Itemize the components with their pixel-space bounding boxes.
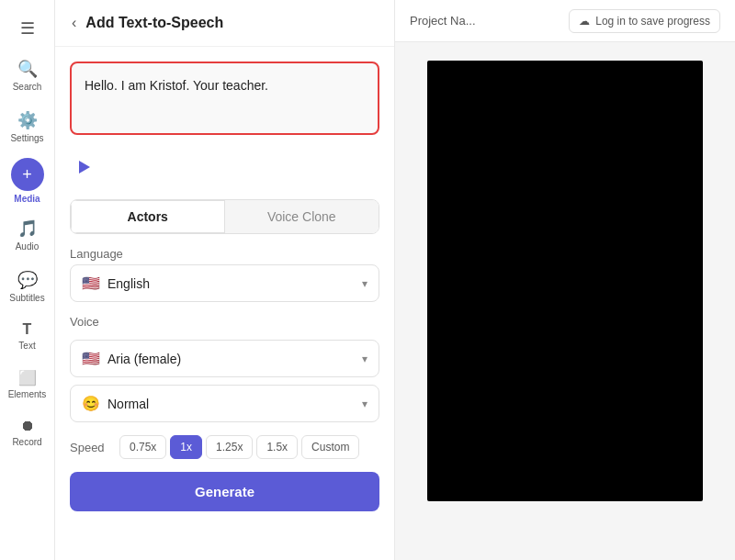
sidebar-item-settings[interactable]: ⚙️ Settings [4,103,51,151]
voice-label: Voice [70,315,379,329]
panel-title: Add Text-to-Speech [85,15,223,31]
sidebar-item-subtitles-label: Subtitles [9,293,44,303]
language-section: Language 🇺🇸 English ▾ [70,247,379,302]
text-icon: T [23,321,32,338]
speed-1.25x[interactable]: 1.25x [206,435,253,459]
voice-name: Aria (female) [107,352,181,366]
speed-label: Speed [70,441,110,454]
panel-content: Hello. I am Kristof. Your teacher. Actor… [55,47,394,526]
canvas-area [395,42,735,560]
language-value: English [107,276,150,291]
sidebar: ☰ 🔍 Search ⚙️ Settings + Media 🎵 Audio 💬… [0,0,55,560]
sidebar-item-elements-label: Elements [8,389,47,399]
sidebar-item-media-label: Media [14,194,40,204]
voice-section: Voice 🇺🇸 Aria (female) ▾ 😊 Normal ▾ [70,315,379,422]
generate-button[interactable]: Generate [70,472,379,511]
sidebar-item-record-label: Record [12,437,41,447]
speed-1.5x[interactable]: 1.5x [256,435,298,459]
save-progress-button[interactable]: ☁ Log in to save progress [569,9,720,33]
sidebar-item-search[interactable]: 🔍 Search [4,51,51,99]
sidebar-item-text[interactable]: T Text [4,314,51,358]
media-plus-icon: + [11,158,44,191]
video-canvas [427,61,703,501]
language-dropdown-arrow: ▾ [362,277,368,290]
sidebar-item-settings-label: Settings [10,133,43,143]
search-icon: 🔍 [17,59,38,79]
project-name: Project Na... [410,14,476,28]
main-header: Project Na... ☁ Log in to save progress [395,0,735,42]
tab-voice-clone[interactable]: Voice Clone [225,200,379,233]
voice-flag: 🇺🇸 [82,350,100,367]
main-area: Project Na... ☁ Log in to save progress [395,0,735,560]
panel-header: ‹ Add Text-to-Speech [55,0,394,47]
sidebar-item-elements[interactable]: ⬜ Elements [4,362,51,407]
tab-actors[interactable]: Actors [71,200,225,233]
play-area [70,148,379,186]
speed-0.75x[interactable]: 0.75x [119,435,166,459]
settings-icon: ⚙️ [17,110,38,130]
text-input-box[interactable]: Hello. I am Kristof. Your teacher. [70,62,379,135]
record-icon: ⏺ [20,418,35,434]
voice-tone-dropdown[interactable]: 😊 Normal ▾ [70,385,379,422]
save-progress-label: Log in to save progress [595,15,710,28]
hamburger-icon[interactable]: ☰ [11,9,44,48]
language-dropdown[interactable]: 🇺🇸 English ▾ [70,264,379,302]
tts-panel: ‹ Add Text-to-Speech Hello. I am Kristof… [55,0,395,560]
elements-icon: ⬜ [18,369,37,386]
audio-icon: 🎵 [17,218,38,239]
play-button[interactable] [70,153,97,181]
speed-1x[interactable]: 1x [170,435,202,459]
voice-name-arrow: ▾ [362,353,368,365]
subtitles-icon: 💬 [17,270,38,290]
tts-text-content: Hello. I am Kristof. Your teacher. [85,76,365,95]
speed-options: 0.75x 1x 1.25x 1.5x Custom [119,435,359,459]
voice-tone-emoji: 😊 [82,395,100,412]
voice-tabs: Actors Voice Clone [70,199,379,234]
sidebar-item-text-label: Text [18,341,35,351]
sidebar-item-media[interactable]: + Media [7,154,48,207]
back-button[interactable]: ‹ [70,13,78,33]
language-flag: 🇺🇸 [82,274,100,292]
sidebar-item-search-label: Search [13,82,42,92]
voice-tone-arrow: ▾ [362,398,368,410]
speed-custom[interactable]: Custom [301,435,359,459]
speed-section: Speed 0.75x 1x 1.25x 1.5x Custom [70,435,379,459]
language-label: Language [70,247,379,261]
play-triangle-icon [79,161,90,174]
cloud-icon: ☁ [579,15,590,28]
sidebar-item-record[interactable]: ⏺ Record [4,410,51,454]
sidebar-item-audio-label: Audio [16,241,40,252]
sidebar-item-audio[interactable]: 🎵 Audio [4,211,51,259]
voice-tone: Normal [107,397,149,411]
voice-name-dropdown[interactable]: 🇺🇸 Aria (female) ▾ [70,340,379,377]
sidebar-item-subtitles[interactable]: 💬 Subtitles [4,263,51,310]
